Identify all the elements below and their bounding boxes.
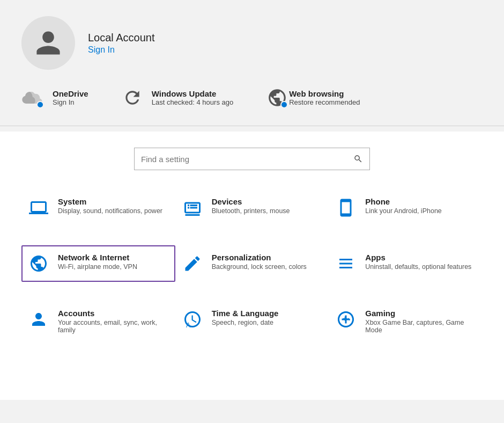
header-divider <box>0 126 504 126</box>
profile-info: Local Account Sign In <box>88 32 155 55</box>
devices-desc: Bluetooth, printers, mouse <box>212 207 290 215</box>
web-browsing-title: Web browsing <box>289 89 360 98</box>
network-text: Network & Internet Wi-Fi, airplane mode,… <box>58 253 137 271</box>
settings-item-system[interactable]: System Display, sound, notifications, po… <box>21 189 175 226</box>
onedrive-status-dot <box>36 101 44 108</box>
search-bar <box>134 148 370 170</box>
apps-label: Apps <box>365 253 471 262</box>
apps-desc: Uninstall, defaults, optional features <box>365 263 471 271</box>
status-item-windows-update[interactable]: Windows Update Last checked: 4 hours ago <box>121 86 234 110</box>
onedrive-text: OneDrive Sign In <box>53 89 88 106</box>
profile-name: Local Account <box>88 32 155 44</box>
gaming-icon <box>335 309 357 330</box>
accounts-desc: Your accounts, email, sync, work, family <box>58 319 165 334</box>
time-desc: Speech, region, date <box>212 319 279 326</box>
accounts-text: Accounts Your accounts, email, sync, wor… <box>58 309 165 334</box>
time-icon: A <box>182 309 203 330</box>
profile-signin-link[interactable]: Sign In <box>88 45 155 55</box>
settings-item-devices[interactable]: Devices Bluetooth, printers, mouse <box>175 189 329 226</box>
person-icon <box>34 28 63 57</box>
web-browsing-sub: Restore recommended <box>289 98 360 106</box>
gaming-desc: Xbox Game Bar, captures, Game Mode <box>365 319 472 334</box>
onedrive-title: OneDrive <box>53 89 88 98</box>
settings-item-accounts[interactable]: Accounts Your accounts, email, sync, wor… <box>21 301 175 341</box>
windows-update-title: Windows Update <box>152 89 234 98</box>
devices-text: Devices Bluetooth, printers, mouse <box>212 197 290 215</box>
phone-label: Phone <box>365 197 441 206</box>
gaming-text: Gaming Xbox Game Bar, captures, Game Mod… <box>365 309 472 334</box>
time-text: Time & Language Speech, region, date <box>212 309 279 326</box>
phone-desc: Link your Android, iPhone <box>365 207 441 215</box>
settings-item-network[interactable]: Network & Internet Wi-Fi, airplane mode,… <box>21 245 175 282</box>
onedrive-sub: Sign In <box>53 98 88 106</box>
time-label: Time & Language <box>212 309 279 318</box>
apps-text: Apps Uninstall, defaults, optional featu… <box>365 253 471 271</box>
devices-label: Devices <box>212 197 290 206</box>
windows-update-sub: Last checked: 4 hours ago <box>152 98 234 106</box>
apps-icon <box>335 253 357 274</box>
system-text: System Display, sound, notifications, po… <box>58 197 162 215</box>
system-icon <box>28 197 49 218</box>
settings-item-personalization[interactable]: Personalization Background, lock screen,… <box>175 245 329 282</box>
network-label: Network & Internet <box>58 253 137 262</box>
network-desc: Wi-Fi, airplane mode, VPN <box>58 263 137 271</box>
search-bar-wrap <box>21 148 483 170</box>
onedrive-icon-wrap <box>21 86 45 110</box>
devices-icon <box>182 197 203 218</box>
personalization-label: Personalization <box>212 253 307 262</box>
settings-item-phone[interactable]: Phone Link your Android, iPhone <box>329 189 483 226</box>
system-label: System <box>58 197 162 206</box>
personalization-icon <box>182 253 203 274</box>
refresh-icon <box>122 87 143 108</box>
svg-point-3 <box>349 319 350 320</box>
personalization-text: Personalization Background, lock screen,… <box>212 253 307 271</box>
header-section: Local Account Sign In OneDrive Sign In <box>0 0 504 126</box>
accounts-label: Accounts <box>58 309 165 318</box>
personalization-desc: Background, lock screen, colors <box>212 263 307 271</box>
svg-text:A: A <box>186 322 190 329</box>
profile-row: Local Account Sign In <box>21 16 483 70</box>
network-icon <box>28 253 49 274</box>
accounts-icon <box>28 309 49 330</box>
search-input[interactable] <box>141 155 353 164</box>
web-browsing-text: Web browsing Restore recommended <box>289 89 360 106</box>
settings-grid: System Display, sound, notifications, po… <box>21 189 483 341</box>
settings-item-gaming[interactable]: Gaming Xbox Game Bar, captures, Game Mod… <box>329 301 483 341</box>
gaming-label: Gaming <box>365 309 472 318</box>
status-item-onedrive[interactable]: OneDrive Sign In <box>21 86 88 110</box>
settings-item-apps[interactable]: Apps Uninstall, defaults, optional featu… <box>329 245 483 282</box>
status-item-web-browsing[interactable]: Web browsing Restore recommended <box>265 86 360 110</box>
web-browsing-icon-wrap <box>265 86 289 110</box>
phone-text: Phone Link your Android, iPhone <box>365 197 441 215</box>
svg-point-2 <box>348 318 349 319</box>
search-icon <box>353 154 363 164</box>
settings-item-time[interactable]: A Time & Language Speech, region, date <box>175 301 329 341</box>
main-section: System Display, sound, notifications, po… <box>0 132 504 400</box>
search-button[interactable] <box>353 154 363 164</box>
avatar <box>21 16 75 70</box>
phone-icon <box>335 197 357 218</box>
status-bar: OneDrive Sign In Windows Update Last che… <box>21 86 483 115</box>
system-desc: Display, sound, notifications, power <box>58 207 162 215</box>
windows-update-text: Windows Update Last checked: 4 hours ago <box>152 89 234 106</box>
windows-update-icon-wrap <box>121 86 144 110</box>
